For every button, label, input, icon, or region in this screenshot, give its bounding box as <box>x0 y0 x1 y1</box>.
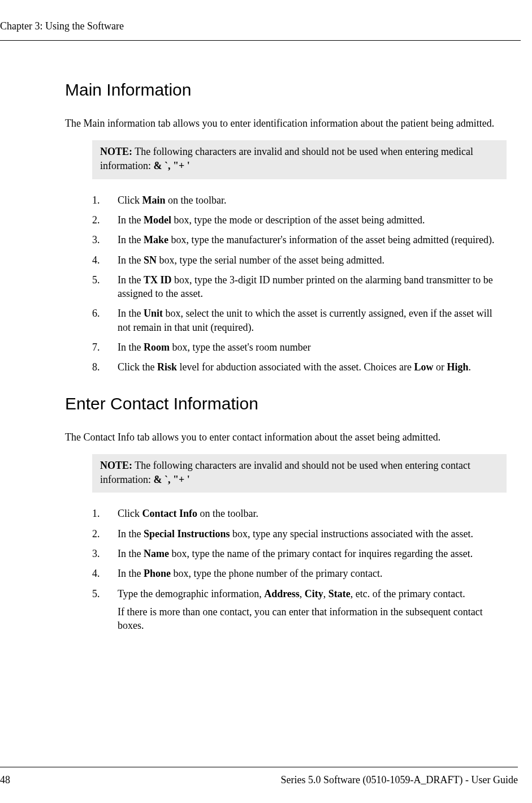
step-text: box, type the asset's room number <box>170 342 311 353</box>
intro-text: The Contact Info tab allows you to enter… <box>65 430 507 444</box>
step-item: In the TX ID box, type the 3-digit ID nu… <box>92 273 507 301</box>
section-title-contact-info: Enter Contact Information <box>65 394 507 413</box>
step-bold: SN <box>144 254 157 266</box>
step-bold: Room <box>144 342 170 353</box>
step-item: In the Make box, type the manufacturer's… <box>92 233 507 247</box>
step-text: on the toolbar. <box>197 508 258 519</box>
step-item: In the Unit box, select the unit to whic… <box>92 306 507 334</box>
chapter-title: Chapter 3: Using the Software <box>0 20 124 32</box>
step-bold: State <box>328 588 351 599</box>
step-text: on the toolbar. <box>166 195 227 206</box>
step-text: , <box>323 588 328 599</box>
step-text: Type the demographic information, <box>118 588 264 599</box>
step-text: . <box>468 361 471 373</box>
step-bold: Main <box>142 195 166 206</box>
step-bold: Address <box>264 588 300 599</box>
step-bold: Make <box>144 234 168 245</box>
note-chars: & `, "+ ' <box>153 474 189 485</box>
step-text: In the <box>118 308 144 319</box>
step-item: Click the Risk level for abduction assoc… <box>92 360 507 374</box>
step-item: In the Special Instructions box, type an… <box>92 527 507 541</box>
step-text: In the <box>118 254 144 266</box>
step-item: In the Phone box, type the phone number … <box>92 567 507 580</box>
step-text: , etc. of the primary contact. <box>351 588 465 599</box>
page-number: 48 <box>0 774 10 786</box>
intro-text: The Main information tab allows you to e… <box>65 116 507 130</box>
step-item: Click Main on the toolbar. <box>92 193 507 207</box>
step-text: In the <box>118 274 144 286</box>
step-text: Click the <box>118 361 157 373</box>
page-content: Main Information The Main information ta… <box>0 80 521 632</box>
step-text: box, type the 3-digit ID number printed … <box>118 274 493 299</box>
step-text: level for abduction associated with the … <box>177 361 414 373</box>
step-bold: Risk <box>157 361 177 373</box>
step-bold: Model <box>144 214 171 226</box>
step-text: In the <box>118 568 144 579</box>
step-bold: Unit <box>144 308 163 319</box>
section-title-main-info: Main Information <box>65 80 507 100</box>
step-text: box, type the manufacturer's information… <box>168 234 495 245</box>
step-text: In the <box>118 214 144 226</box>
step-text: In the <box>118 342 144 353</box>
step-text: In the <box>118 548 144 559</box>
step-item: In the Model box, type the mode or descr… <box>92 213 507 227</box>
step-text: box, type the mode or description of the… <box>171 214 425 226</box>
step-text: box, type the phone number of the primar… <box>171 568 382 579</box>
footer-doc-title: Series 5.0 Software (0510-1059-A_DRAFT) … <box>281 774 518 786</box>
step-bold: Phone <box>144 568 171 579</box>
step-text: , <box>300 588 305 599</box>
page-header: Chapter 3: Using the Software <box>0 20 521 41</box>
step-bold: High <box>447 361 468 373</box>
note-box: NOTE: The following characters are inval… <box>92 140 507 179</box>
step-text: box, type any special instructions assoc… <box>230 528 473 539</box>
step-bold: TX ID <box>144 274 172 286</box>
step-item: In the Name box, type the name of the pr… <box>92 547 507 560</box>
step-text: In the <box>118 234 144 245</box>
step-text: box, type the serial number of the asset… <box>157 254 384 266</box>
step-bold: Low <box>414 361 433 373</box>
step-bold: Contact Info <box>142 508 198 519</box>
steps-list: Click Contact Info on the toolbar. In th… <box>92 507 507 632</box>
page-footer: 48 Series 5.0 Software (0510-1059-A_DRAF… <box>0 767 518 786</box>
step-text: Click <box>118 508 142 519</box>
step-item: In the Room box, type the asset's room n… <box>92 340 507 354</box>
step-sub-text: If there is more than one contact, you c… <box>118 605 507 633</box>
note-label: NOTE: <box>100 146 132 157</box>
note-label: NOTE: <box>100 460 132 471</box>
step-bold: Name <box>144 548 169 559</box>
step-text: Click <box>118 195 142 206</box>
step-text: box, type the name of the primary contac… <box>169 548 473 559</box>
step-item: Type the demographic information, Addres… <box>92 587 507 633</box>
step-text: or <box>433 361 447 373</box>
step-item: Click Contact Info on the toolbar. <box>92 507 507 520</box>
step-item: In the SN box, type the serial number of… <box>92 253 507 267</box>
step-text: box, select the unit to which the asset … <box>118 308 492 333</box>
step-bold: City <box>305 588 323 599</box>
note-box: NOTE: The following characters are inval… <box>92 454 507 493</box>
note-chars: & `, "+ ' <box>153 160 189 171</box>
step-bold: Special Instructions <box>144 528 230 539</box>
step-text: In the <box>118 528 144 539</box>
steps-list: Click Main on the toolbar. In the Model … <box>92 193 507 374</box>
